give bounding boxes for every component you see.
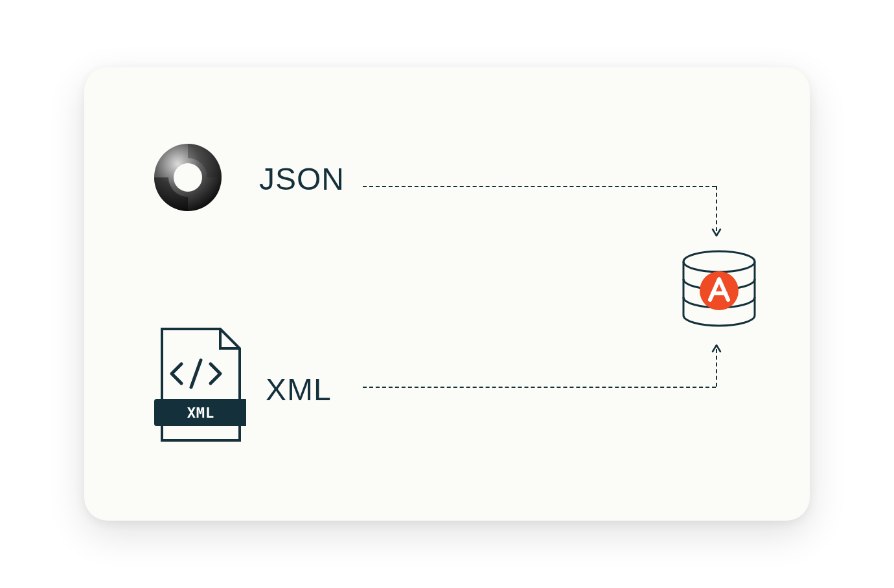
source-xml: XML XML: [149, 326, 332, 452]
svg-line-2: [191, 360, 201, 387]
xml-badge-text: XML: [187, 405, 215, 421]
xml-file-icon: XML: [149, 326, 246, 452]
database-icon: [674, 245, 764, 339]
svg-rect-4: [162, 430, 240, 434]
svg-point-1: [174, 163, 202, 192]
diagram-card: JSON XML XML: [84, 67, 810, 521]
arrow-down-icon: [711, 228, 722, 241]
source-json: JSON: [149, 139, 345, 219]
connector-json-vertical: [716, 186, 717, 231]
json-label: JSON: [259, 161, 345, 197]
arrow-up-icon: [711, 343, 722, 356]
svg-point-5: [683, 251, 755, 272]
xml-label: XML: [266, 372, 332, 407]
connector-json-horizontal: [363, 186, 716, 187]
json-logo-icon: [149, 139, 227, 219]
connector-xml-horizontal: [363, 387, 716, 388]
